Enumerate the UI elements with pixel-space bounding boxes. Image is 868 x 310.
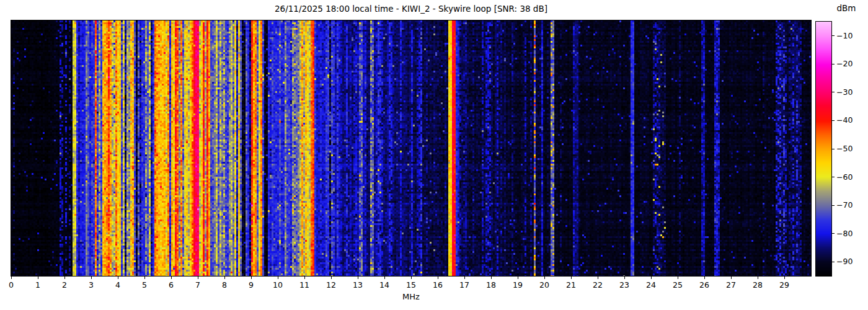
x-tick-label: 12: [319, 280, 343, 290]
x-axis-label: MHz: [11, 292, 811, 301]
x-tick-mark: [91, 277, 92, 279]
colorbar-tick-mark: [832, 233, 835, 234]
x-tick-mark: [704, 277, 705, 279]
x-tick-mark: [731, 277, 732, 279]
colorbar-tick-mark: [832, 177, 835, 177]
colorbar-tick-label: −80: [836, 229, 852, 237]
colorbar-tick-mark: [832, 35, 835, 36]
x-tick-mark: [11, 277, 12, 279]
x-tick-label: 9: [239, 280, 264, 290]
colorbar-tick-label: −20: [836, 59, 852, 68]
x-tick-mark: [464, 277, 465, 279]
x-tick-mark: [651, 277, 652, 279]
x-tick-mark: [64, 277, 65, 279]
x-tick-mark: [251, 277, 252, 279]
x-tick-label: 2: [52, 280, 77, 290]
x-tick-label: 11: [292, 280, 317, 290]
x-tick-mark: [144, 277, 145, 279]
colorbar-tick-mark: [832, 64, 835, 64]
x-tick-label: 26: [692, 280, 717, 290]
x-tick-label: 27: [719, 280, 743, 290]
x-tick-mark: [411, 277, 412, 279]
colorbar-tick-label: −10: [836, 31, 852, 40]
colorbar-tick-mark: [832, 205, 835, 206]
x-tick-mark: [278, 277, 278, 279]
x-tick-mark: [624, 277, 625, 279]
colorbar-label: dBm: [831, 3, 862, 13]
x-tick-mark: [384, 277, 385, 279]
x-tick-label: 3: [79, 280, 104, 290]
x-tick-label: 14: [372, 280, 397, 290]
x-tick-label: 24: [639, 280, 663, 290]
x-tick-label: 8: [212, 280, 237, 290]
colorbar-tick-label: −50: [836, 144, 852, 153]
x-tick-label: 22: [585, 280, 610, 290]
x-tick-label: 28: [745, 280, 770, 290]
x-tick-label: 1: [25, 280, 50, 290]
x-tick-mark: [438, 277, 438, 279]
x-tick-mark: [758, 277, 758, 279]
x-tick-mark: [544, 277, 545, 279]
x-tick-mark: [171, 277, 172, 279]
x-tick-mark: [38, 277, 38, 279]
x-tick-label: 6: [159, 280, 184, 290]
colorbar-tick-label: −60: [836, 172, 852, 181]
waterfall-canvas: [11, 20, 811, 276]
x-tick-label: 20: [532, 280, 557, 290]
x-tick-label: 10: [265, 280, 290, 290]
waterfall-plot-frame: [11, 20, 812, 277]
x-tick-label: 21: [559, 280, 583, 290]
x-tick-label: 0: [0, 280, 24, 290]
x-tick-label: 19: [505, 280, 530, 290]
x-tick-label: 25: [665, 280, 690, 290]
x-tick-mark: [518, 277, 518, 279]
spectrogram-figure: 26/11/2025 18:00 local time - KIWI_2 - S…: [0, 0, 868, 310]
x-tick-mark: [304, 277, 305, 279]
x-tick-label: 29: [772, 280, 797, 290]
colorbar-tick-label: −30: [836, 87, 852, 96]
x-tick-label: 16: [425, 280, 450, 290]
x-tick-mark: [331, 277, 332, 279]
colorbar-canvas: [816, 22, 831, 276]
x-tick-mark: [118, 277, 118, 279]
x-tick-mark: [491, 277, 492, 279]
colorbar-tick-mark: [832, 149, 835, 149]
x-tick-label: 17: [452, 280, 477, 290]
x-tick-label: 13: [345, 280, 370, 290]
x-tick-label: 4: [105, 280, 130, 290]
x-tick-mark: [571, 277, 572, 279]
x-tick-label: 23: [612, 280, 637, 290]
colorbar-tick-label: −40: [836, 115, 852, 124]
x-tick-mark: [784, 277, 785, 279]
x-tick-label: 5: [132, 280, 157, 290]
colorbar-tick-mark: [832, 92, 835, 92]
x-tick-mark: [598, 277, 598, 279]
x-tick-label: 15: [399, 280, 423, 290]
x-tick-mark: [198, 277, 198, 279]
x-tick-mark: [358, 277, 358, 279]
x-tick-label: 18: [479, 280, 503, 290]
colorbar-tick-label: −70: [836, 200, 852, 209]
x-tick-mark: [224, 277, 225, 279]
x-tick-mark: [678, 277, 678, 279]
colorbar-frame: [815, 21, 832, 277]
x-tick-label: 7: [185, 280, 210, 290]
colorbar-tick-mark: [832, 262, 835, 262]
chart-title: 26/11/2025 18:00 local time - KIWI_2 - S…: [11, 4, 811, 14]
colorbar-tick-mark: [832, 120, 835, 121]
colorbar-tick-label: −90: [836, 257, 852, 265]
